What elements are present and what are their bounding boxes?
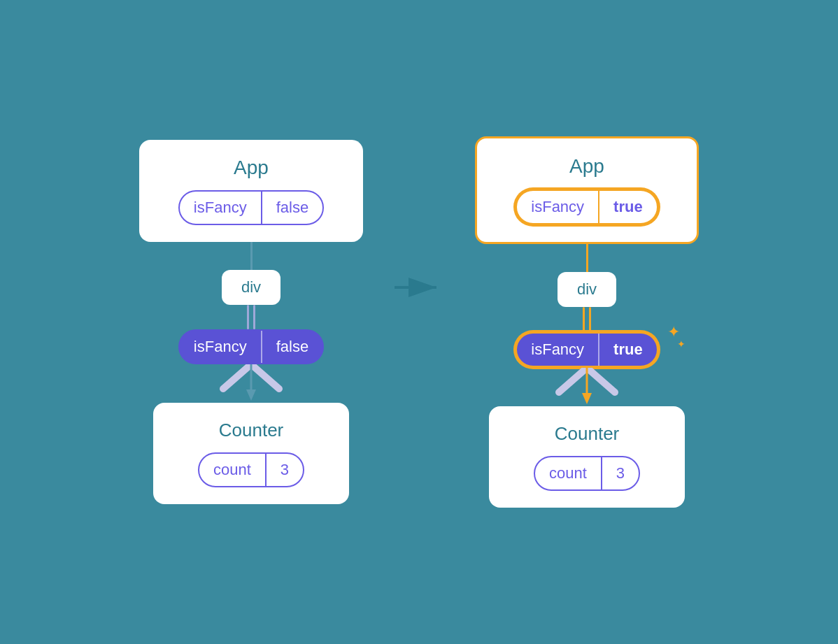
svg-marker-3 [246, 389, 256, 401]
right-diagram: App isFancy true ✦ ✦ div isFancy true ✦ … [475, 136, 699, 508]
arrow-between [391, 270, 447, 305]
left-double-line-1 [247, 305, 249, 329]
left-branch-arrows [202, 364, 300, 403]
left-app-prop-pill: isFancy false [178, 190, 324, 225]
left-count-pill: count 3 [198, 452, 304, 487]
transition-arrow-svg [391, 270, 447, 305]
right-branch-arrows [538, 368, 636, 406]
svg-marker-9 [582, 393, 592, 404]
right-app-prop-value: true [599, 191, 657, 223]
left-app-prop-value: false [262, 192, 322, 224]
right-app-prop-key: isFancy [517, 191, 599, 223]
right-app-box: App isFancy true ✦ ✦ [475, 136, 699, 244]
left-div-box: div [222, 270, 280, 305]
sparkle-pill-tr: ✦ [667, 323, 680, 341]
left-double-line [247, 305, 255, 329]
left-double-line-2 [253, 305, 255, 329]
left-app-prop-key: isFancy [180, 192, 262, 224]
right-count-value: 3 [602, 457, 639, 489]
left-count-key: count [199, 454, 267, 486]
left-counter-box: Counter count 3 [153, 403, 349, 504]
right-counter-title: Counter [555, 423, 620, 445]
right-connector-app-div [586, 244, 588, 272]
right-counter-box: Counter count 3 [489, 406, 685, 508]
svg-line-7 [587, 368, 615, 392]
right-dark-pill-key: isFancy [517, 334, 599, 366]
sparkle-pill-r: ✦ [677, 338, 686, 350]
right-count-key: count [535, 457, 602, 489]
left-app-title: App [234, 157, 269, 179]
right-dark-pill: isFancy true [515, 331, 658, 368]
right-dark-pill-value: true [599, 334, 657, 366]
left-dark-pill: isFancy false [178, 329, 324, 364]
right-app-title: App [569, 155, 604, 178]
right-double-line-2 [589, 307, 591, 331]
svg-line-1 [251, 364, 279, 389]
left-counter-title: Counter [219, 420, 284, 441]
left-branch-svg [202, 364, 300, 403]
right-app-prop-pill: isFancy true ✦ ✦ [515, 189, 658, 225]
left-app-box: App isFancy false [139, 140, 363, 242]
right-branch-svg [538, 368, 636, 406]
right-count-pill: count 3 [534, 456, 640, 491]
left-connector-app-div [250, 242, 253, 270]
left-dark-pill-key: isFancy [180, 331, 262, 363]
main-container: App isFancy false div isFancy false [0, 0, 838, 644]
left-diagram: App isFancy false div isFancy false [139, 140, 363, 504]
left-count-value: 3 [267, 454, 303, 486]
left-dark-pill-value: false [262, 331, 322, 363]
right-double-line-1 [583, 307, 585, 331]
svg-line-0 [223, 364, 251, 389]
right-double-line [583, 307, 591, 331]
right-dark-pill-wrapper: isFancy true ✦ ✦ [515, 331, 658, 368]
right-div-box: div [558, 272, 616, 307]
svg-line-6 [559, 368, 587, 392]
